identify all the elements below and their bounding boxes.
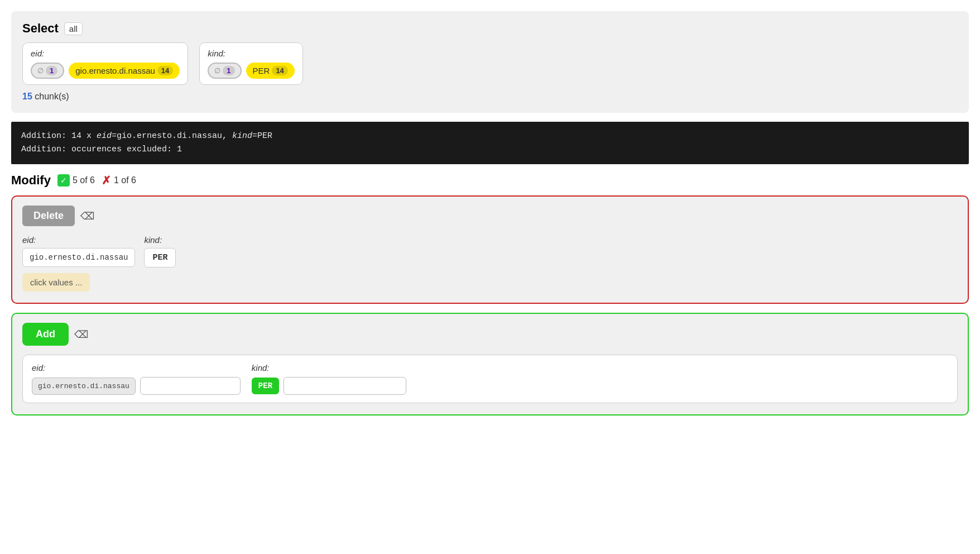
delete-eid-value[interactable]: gio.ernesto.di.nassau: [22, 248, 135, 267]
delete-kind-value[interactable]: PER: [144, 248, 176, 268]
delete-card: Delete ⌫ eid: gio.ernesto.di.nassau kind…: [11, 195, 969, 304]
eid-tag-count: 14: [157, 66, 173, 75]
log-eid-value: =gio.ernesto.di.nassau,: [112, 131, 232, 141]
fail-badge: ✗ 1 of 6: [102, 174, 136, 187]
add-eid-fixed: gio.ernesto.di.nassau: [32, 378, 136, 395]
null-icon: ∅: [37, 66, 44, 75]
kind-null-tag[interactable]: ∅ 1: [208, 63, 241, 79]
select-header: Select all: [22, 21, 958, 36]
add-kind-fixed: PER: [252, 378, 279, 394]
kind-tag-count: 14: [272, 66, 287, 75]
kind-tag-text: PER: [253, 66, 270, 75]
kind-filter-group: kind: ∅ 1 PER 14: [199, 42, 303, 85]
eid-null-count: 1: [46, 66, 57, 75]
eid-tags: ∅ 1 gio.ernesto.di.nassau 14: [31, 63, 180, 79]
add-eid-inputs: gio.ernesto.di.nassau: [32, 377, 241, 395]
log-section: Addition: 14 x eid=gio.ernesto.di.nassau…: [11, 122, 969, 164]
chunks-label: chunk(s): [35, 92, 69, 101]
add-eid-label: eid:: [32, 363, 241, 372]
delete-fields-row: eid: gio.ernesto.di.nassau kind: PER: [22, 235, 958, 268]
delete-kind-group: kind: PER: [144, 235, 176, 268]
chunks-count: 15: [22, 92, 32, 101]
add-kind-label: kind:: [252, 363, 406, 372]
select-section: Select all eid: ∅ 1 gio.ernesto.di.nassa…: [11, 11, 969, 113]
add-kind-inputs: PER: [252, 377, 406, 395]
log-kind-value: =PER: [252, 131, 272, 141]
success-badge: ✓ 5 of 6: [57, 174, 95, 187]
add-eid-input[interactable]: [140, 377, 241, 395]
eid-group-label: eid:: [31, 49, 180, 58]
add-clear-icon[interactable]: ⌫: [74, 328, 88, 341]
eid-tag-text: gio.ernesto.di.nassau: [75, 66, 155, 75]
select-label: Select: [22, 21, 59, 36]
filter-row: eid: ∅ 1 gio.ernesto.di.nassau 14 kind: …: [22, 42, 958, 85]
modify-section: Modify ✓ 5 of 6 ✗ 1 of 6 Delete ⌫ eid: g…: [11, 173, 969, 416]
delete-clear-icon[interactable]: ⌫: [80, 210, 94, 222]
delete-eid-label: eid:: [22, 235, 135, 245]
log-line-2: Addition: occurences excluded: 1: [21, 143, 959, 156]
cross-icon: ✗: [102, 174, 111, 187]
add-action-row: Add ⌫: [22, 323, 958, 346]
checkmark-icon: ✓: [57, 174, 70, 187]
add-eid-group: eid: gio.ernesto.di.nassau: [32, 363, 241, 395]
fail-count: 1 of 6: [114, 175, 136, 185]
success-count: 5 of 6: [73, 175, 95, 185]
log-line-1: Addition: 14 x eid=gio.ernesto.di.nassau…: [21, 130, 959, 143]
kind-group-label: kind:: [208, 49, 295, 58]
log-line1-prefix: Addition: 14 x: [21, 131, 97, 141]
add-kind-group: kind: PER: [252, 363, 406, 395]
add-card: Add ⌫ eid: gio.ernesto.di.nassau kind: P…: [11, 313, 969, 416]
add-kind-input[interactable]: [284, 377, 406, 395]
log-eid-label: eid: [97, 131, 112, 141]
kind-tags: ∅ 1 PER 14: [208, 63, 295, 79]
eid-filter-group: eid: ∅ 1 gio.ernesto.di.nassau 14: [22, 42, 188, 85]
click-values-button[interactable]: click values ...: [22, 273, 90, 292]
add-button[interactable]: Add: [22, 323, 69, 346]
delete-button[interactable]: Delete: [22, 206, 75, 226]
modify-header: Modify ✓ 5 of 6 ✗ 1 of 6: [11, 173, 969, 188]
null-icon-kind: ∅: [214, 66, 220, 75]
kind-null-count: 1: [223, 66, 234, 75]
kind-per-tag[interactable]: PER 14: [246, 63, 295, 79]
all-badge[interactable]: all: [64, 22, 83, 35]
eid-null-tag[interactable]: ∅ 1: [31, 63, 64, 79]
delete-action-row: Delete ⌫: [22, 206, 958, 226]
delete-kind-label: kind:: [144, 235, 176, 245]
add-fields-container: eid: gio.ernesto.di.nassau kind: PER: [22, 355, 958, 403]
chunks-info: 15 chunk(s): [22, 92, 958, 102]
modify-label: Modify: [11, 173, 51, 188]
delete-eid-group: eid: gio.ernesto.di.nassau: [22, 235, 135, 267]
eid-value-tag[interactable]: gio.ernesto.di.nassau 14: [69, 63, 180, 79]
log-kind-label: kind: [232, 131, 252, 141]
